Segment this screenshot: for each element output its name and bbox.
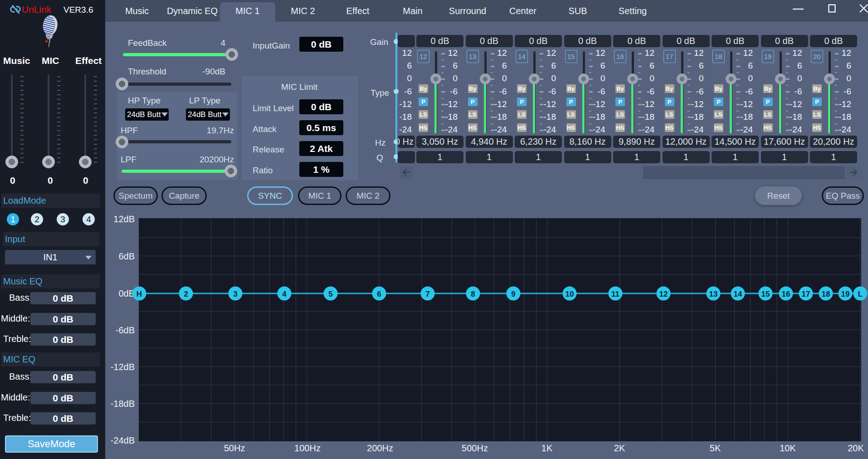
svg-text:11: 11 xyxy=(611,290,619,298)
svg-text:3: 3 xyxy=(233,290,237,298)
svg-text:6: 6 xyxy=(377,290,381,298)
svg-text:2K: 2K xyxy=(614,443,625,453)
svg-text:200Hz: 200Hz xyxy=(367,443,393,453)
svg-text:L: L xyxy=(858,290,863,298)
svg-text:6dB: 6dB xyxy=(118,251,135,261)
svg-text:7: 7 xyxy=(425,290,429,298)
svg-text:-12dB: -12dB xyxy=(111,362,135,372)
svg-text:-24dB: -24dB xyxy=(111,435,135,445)
svg-text:1K: 1K xyxy=(541,443,553,453)
svg-text:-18dB: -18dB xyxy=(111,399,135,409)
svg-text:-6dB: -6dB xyxy=(116,325,135,335)
svg-text:5K: 5K xyxy=(710,443,721,453)
svg-text:8: 8 xyxy=(471,290,475,298)
svg-text:2: 2 xyxy=(184,290,188,298)
svg-text:H: H xyxy=(137,290,142,298)
svg-text:15: 15 xyxy=(761,290,770,298)
svg-text:100Hz: 100Hz xyxy=(294,443,321,453)
svg-text:12dB: 12dB xyxy=(113,214,135,224)
svg-text:10K: 10K xyxy=(780,443,796,453)
svg-text:500Hz: 500Hz xyxy=(462,443,488,453)
svg-text:16: 16 xyxy=(782,290,790,298)
svg-text:5: 5 xyxy=(328,290,332,298)
svg-text:19: 19 xyxy=(841,290,850,298)
svg-text:18: 18 xyxy=(822,290,830,298)
svg-text:17: 17 xyxy=(802,290,810,298)
svg-text:4: 4 xyxy=(282,290,287,298)
svg-text:50Hz: 50Hz xyxy=(224,443,245,453)
svg-text:10: 10 xyxy=(566,290,574,298)
svg-text:13: 13 xyxy=(709,290,718,298)
svg-text:14: 14 xyxy=(734,290,742,298)
svg-text:9: 9 xyxy=(511,290,515,298)
svg-text:20K: 20K xyxy=(848,443,864,453)
svg-text:12: 12 xyxy=(659,290,668,298)
